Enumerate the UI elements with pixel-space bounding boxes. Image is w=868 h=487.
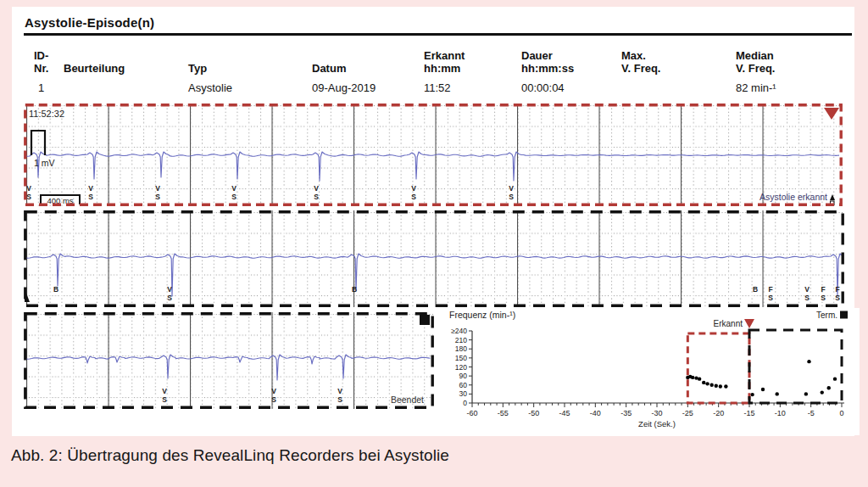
row-cell: 11:52 xyxy=(424,81,451,94)
column-header-line: Max. xyxy=(621,49,660,62)
data-point xyxy=(724,384,727,388)
column-header-line: Typ xyxy=(188,62,207,75)
title-rule xyxy=(24,33,852,36)
data-point xyxy=(719,384,722,388)
data-point xyxy=(804,392,808,395)
ecg-grid-major xyxy=(24,312,434,409)
row-cell: Asystolie xyxy=(188,81,232,94)
frequency-chart: Frequenz (min-¹)≥2402101801501209060300-… xyxy=(442,308,860,435)
column-header-line: Beurteilung xyxy=(64,62,125,75)
data-point xyxy=(709,383,713,387)
y-tick-label: 210 xyxy=(455,336,467,344)
beat-marker: S xyxy=(26,193,31,201)
x-tick-label: -35 xyxy=(620,409,632,417)
beat-marker: V xyxy=(411,184,416,193)
beat-marker: S xyxy=(167,294,172,302)
figure-caption: Abb. 2: Übertragung des RevealLinq Recor… xyxy=(11,446,449,465)
termination-square-icon xyxy=(420,315,430,325)
beat-marker: V xyxy=(167,285,172,294)
row-cell: 1 xyxy=(38,81,44,94)
ecg-strip-termination: VSVSVSBeendet xyxy=(24,312,434,409)
column-header: Erkannthh:mm xyxy=(424,46,465,75)
beat-marker: S xyxy=(411,193,416,201)
y-tick-label: ≥240 xyxy=(451,327,467,335)
beat-marker: S xyxy=(314,193,319,201)
beat-marker: S xyxy=(162,395,167,404)
data-point xyxy=(715,384,718,388)
beat-marker: V xyxy=(26,184,31,193)
column-header-line: ID- xyxy=(34,49,48,62)
beat-marker: S xyxy=(271,395,276,404)
beat-marker: F xyxy=(821,285,825,294)
y-tick-label: 30 xyxy=(459,389,468,398)
ecg-grid-major xyxy=(24,210,844,307)
beat-marker: S xyxy=(155,193,160,201)
x-tick-label: -25 xyxy=(682,409,693,417)
x-tick-label: -40 xyxy=(590,409,601,417)
data-point xyxy=(705,382,709,385)
beat-marker: V xyxy=(271,387,276,395)
column-header-line: Nr. xyxy=(34,62,48,75)
y-tick-label: 180 xyxy=(455,344,467,353)
beat-marker: S xyxy=(804,294,810,302)
column-header-line: Median xyxy=(736,49,775,62)
x-tick-label: -55 xyxy=(498,409,509,417)
beat-marker: V xyxy=(155,184,160,193)
row-cell: 82 min-¹ xyxy=(736,81,776,94)
x-tick-label: -30 xyxy=(651,409,662,417)
column-header-line: Datum xyxy=(312,62,346,75)
figure-page: Asystolie-Episode(n) ID-Nr.BeurteilungTy… xyxy=(0,0,868,487)
column-header: Beurteilung xyxy=(64,46,125,75)
data-point xyxy=(827,386,831,389)
device-report-card: Asystolie-Episode(n) ID-Nr.BeurteilungTy… xyxy=(12,7,854,436)
strip-annotation: Beendet xyxy=(391,395,424,405)
ecg-strip-asystole: BVSBBFSVSFSFS xyxy=(24,210,844,307)
column-header: ID-Nr. xyxy=(34,46,48,75)
data-point xyxy=(750,393,754,396)
beat-marker: F xyxy=(835,285,839,294)
column-header: Typ xyxy=(188,46,207,75)
beat-marker: B xyxy=(53,285,58,294)
beat-marker: S xyxy=(768,294,773,302)
row-cell: 09-Aug-2019 xyxy=(312,81,376,94)
chart-title: Frequenz (min-¹) xyxy=(449,310,515,320)
y-tick-label: 90 xyxy=(459,372,468,380)
strip-annotation: Asystolie erkannt xyxy=(760,192,827,202)
termination-square-icon xyxy=(840,311,848,319)
x-axis-title: Zeit (Sek.) xyxy=(638,419,676,428)
column-header-line: hh:mm xyxy=(424,62,465,75)
data-point xyxy=(691,376,694,379)
data-point xyxy=(776,392,779,395)
beat-marker: S xyxy=(821,294,826,302)
data-point xyxy=(807,360,810,363)
termination-window-label: Term. xyxy=(816,311,837,320)
data-point xyxy=(761,388,765,391)
x-tick-label: -10 xyxy=(775,409,786,417)
column-header: MedianV. Freq. xyxy=(736,46,775,75)
y-tick-label: 150 xyxy=(455,354,467,362)
x-tick-label: -60 xyxy=(466,409,477,417)
column-header: Max.V. Freq. xyxy=(621,46,660,75)
y-tick-label: 0 xyxy=(463,399,467,407)
beat-marker: S xyxy=(337,395,342,404)
x-tick-label: -5 xyxy=(808,409,815,417)
data-point xyxy=(833,377,837,380)
beat-marker: V xyxy=(337,387,342,395)
beat-marker: B xyxy=(352,285,357,294)
column-header-line: Erkannt xyxy=(424,49,465,62)
ecg-strip-detection: 1 mV400 ms11:52:32VSVSVSVSVSVSVSAsystoli… xyxy=(24,104,843,206)
beat-marker: F xyxy=(768,285,772,294)
data-point xyxy=(821,390,824,394)
beat-marker: V xyxy=(162,387,167,395)
column-header-line: V. Freq. xyxy=(621,62,660,75)
x-tick-label: 0 xyxy=(839,409,843,417)
beat-marker: V xyxy=(804,285,810,294)
row-cell: 00:00:04 xyxy=(521,81,565,94)
beat-marker: V xyxy=(314,184,319,193)
beat-marker: V xyxy=(509,184,514,193)
column-header: Dauerhh:mm:ss xyxy=(521,46,574,75)
beat-marker: S xyxy=(231,193,236,201)
beat-marker: S xyxy=(88,193,93,201)
beat-marker: B xyxy=(753,285,758,294)
column-header-line: Dauer xyxy=(521,49,574,62)
